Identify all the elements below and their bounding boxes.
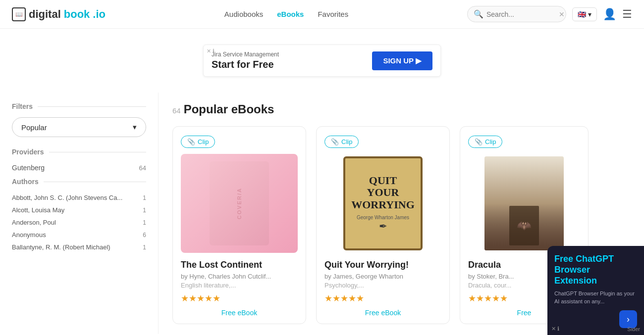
providers-divider xyxy=(49,152,146,152)
main-nav: Audiobooks eBooks Favorites xyxy=(224,10,348,18)
dracula-cover-design: DRACULA BRAM STOKER 🦇 xyxy=(484,156,564,250)
authors-label: Authors xyxy=(12,178,39,186)
chatgpt-extension-text: Extension xyxy=(554,276,597,286)
flag-icon: 🇬🇧 xyxy=(578,10,586,18)
book-stars: ★★★★★ xyxy=(181,293,298,304)
clip-icon: 📎 xyxy=(331,138,339,145)
header-right: 🔍 ✕ 🇬🇧 ▾ 👤 ☰ xyxy=(467,6,632,22)
quit-cover-author: George Wharton James xyxy=(357,215,409,220)
search-box[interactable]: 🔍 ✕ xyxy=(467,6,566,22)
book-author: by Hyne, Charles John Cutclif... xyxy=(181,273,298,280)
filters-divider xyxy=(38,106,146,107)
book-stars: ★★★★★ xyxy=(324,293,441,304)
ad-title-text: Start for Free xyxy=(212,59,279,70)
clip-button[interactable]: 📎 Clip xyxy=(181,136,215,148)
popup-close-icon[interactable]: ✕ xyxy=(551,326,556,332)
ad-service-label: Jira Service Management xyxy=(212,51,279,58)
free-label: Free eBook xyxy=(324,309,441,317)
provider-count: 64 xyxy=(139,164,146,172)
author-name: Anonymous xyxy=(12,231,46,239)
providers-section-header: Providers xyxy=(12,148,146,156)
popular-title: Popular eBooks xyxy=(184,102,274,116)
chatgpt-brand-text: ChatGPT xyxy=(576,254,614,264)
free-label: Free eBook xyxy=(181,309,298,317)
providers-label: Providers xyxy=(12,148,44,156)
chatgpt-browser-text: Browser xyxy=(554,265,590,275)
clip-label: Clip xyxy=(198,138,209,145)
user-icon[interactable]: 👤 xyxy=(603,8,616,21)
ad-signup-button[interactable]: SIGN UP ▶ xyxy=(372,51,432,70)
clip-icon: 📎 xyxy=(187,138,195,145)
ad-info-icon[interactable]: ℹ xyxy=(213,48,215,54)
author-item[interactable]: Anderson, Poul 1 xyxy=(12,216,146,229)
author-count: 1 xyxy=(143,244,146,251)
author-count: 6 xyxy=(143,232,146,239)
author-item[interactable]: Anonymous 6 xyxy=(12,229,146,241)
author-count: 1 xyxy=(143,219,146,226)
author-item[interactable]: Alcott, Louisa May 1 xyxy=(12,204,146,216)
author-name: Abbott, John S. C. (John Stevens Ca... xyxy=(12,194,122,201)
search-icon: 🔍 xyxy=(474,9,483,19)
popular-count: 64 xyxy=(172,106,181,115)
provider-gutenberg[interactable]: Gutenberg 64 xyxy=(12,162,146,174)
logo-book-text: book xyxy=(64,8,90,21)
ad-text: Jira Service Management Start for Free xyxy=(212,51,279,70)
quit-feather-icon: ✒ xyxy=(379,220,387,232)
author-name: Ballantyne, R. M. (Robert Michael) xyxy=(12,243,110,251)
chatgpt-title: Free ChatGPT Browser Extension xyxy=(554,254,637,286)
book-title: Quit Your Worrying! xyxy=(324,260,441,271)
book-card-quit-worrying[interactable]: 📎 Clip QUITYOURWORRYING George Wharton J… xyxy=(316,126,450,324)
hamburger-icon[interactable]: ☰ xyxy=(622,8,632,21)
filters-label: Filters xyxy=(12,102,33,110)
book-genre: Psychology,... xyxy=(324,282,441,289)
popular-header: 64 Popular eBooks xyxy=(172,102,630,116)
ad-banner: ✕ ℹ Jira Service Management Start for Fr… xyxy=(203,45,441,77)
language-selector[interactable]: 🇬🇧 ▾ xyxy=(572,7,597,21)
sort-chevron-icon: ▾ xyxy=(133,123,137,132)
book-title: The Lost Continent xyxy=(181,260,298,271)
author-name: Anderson, Poul xyxy=(12,219,56,226)
nav-favorites[interactable]: Favorites xyxy=(318,10,348,18)
nav-audiobooks[interactable]: Audiobooks xyxy=(224,10,263,18)
author-count: 1 xyxy=(143,207,146,214)
lang-chevron-icon: ▾ xyxy=(588,10,591,18)
authors-list: Abbott, John S. C. (John Stevens Ca... 1… xyxy=(12,191,146,253)
author-item[interactable]: Ballantyne, R. M. (Robert Michael) 1 xyxy=(12,241,146,253)
search-clear-icon[interactable]: ✕ xyxy=(559,10,565,18)
logo[interactable]: 📖 digitalbook.io xyxy=(12,7,106,21)
sort-dropdown[interactable]: Popular ▾ xyxy=(12,117,146,137)
provider-name: Gutenberg xyxy=(12,164,45,172)
book-cover-dracula: DRACULA BRAM STOKER 🦇 xyxy=(468,154,580,253)
clip-button[interactable]: 📎 Clip xyxy=(468,136,502,148)
chatgpt-arrow-button[interactable]: › xyxy=(619,310,637,328)
ad-close-icon[interactable]: ✕ xyxy=(207,48,211,54)
logo-digital-text: digital xyxy=(29,8,61,21)
nav-ebooks[interactable]: eBooks xyxy=(277,10,304,18)
clip-button[interactable]: 📎 Clip xyxy=(324,136,359,148)
author-count: 1 xyxy=(143,194,146,201)
sidebar: Filters Popular ▾ Providers Gutenberg 64… xyxy=(0,93,159,334)
chatgpt-free-text: Free xyxy=(554,254,576,264)
popup-info-icon[interactable]: ℹ xyxy=(557,326,559,332)
book-cover-lost-continent: COVER/A xyxy=(181,154,298,253)
book-card-lost-continent[interactable]: 📎 Clip COVER/A The Lost Continent by Hyn… xyxy=(172,126,306,324)
search-input[interactable] xyxy=(486,10,556,18)
chatgpt-description: ChatGPT Browser Plugin as your AI assist… xyxy=(554,290,637,305)
clip-label: Clip xyxy=(485,138,496,145)
book-author: by James, George Wharton xyxy=(324,273,441,280)
clip-label: Clip xyxy=(341,138,352,145)
filters-header: Filters xyxy=(12,102,146,110)
quit-cover-design: QUITYOURWORRYING George Wharton James ✒ xyxy=(343,156,423,250)
author-name: Alcott, Louisa May xyxy=(12,206,64,214)
author-item[interactable]: Abbott, John S. C. (John Stevens Ca... 1 xyxy=(12,191,146,204)
authors-section-header: Authors xyxy=(12,178,146,186)
book-cover-quit-worrying: QUITYOURWORRYING George Wharton James ✒ xyxy=(324,154,441,253)
sider-label: Sider xyxy=(627,326,640,332)
clip-icon: 📎 xyxy=(475,138,483,145)
header: 📖 digitalbook.io Audiobooks eBooks Favor… xyxy=(0,0,644,29)
authors-divider xyxy=(44,182,146,182)
logo-icon: 📖 xyxy=(12,7,26,21)
book-genre: English literature,... xyxy=(181,282,298,289)
chatgpt-popup: Free ChatGPT Browser Extension ChatGPT B… xyxy=(547,246,644,335)
sort-label: Popular xyxy=(21,123,47,132)
